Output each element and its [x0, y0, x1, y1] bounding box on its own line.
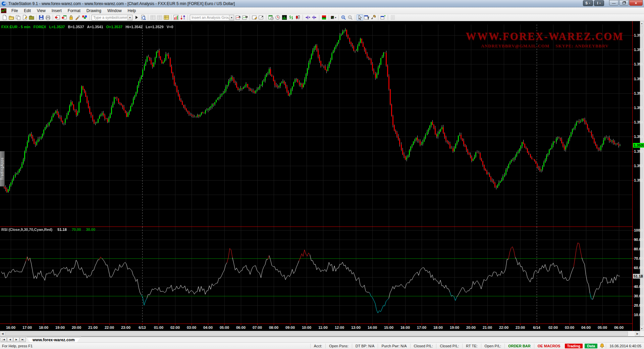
text-tool-icon[interactable]: T: [363, 14, 370, 20]
chart-analysis-icon[interactable]: [173, 14, 179, 20]
save-page-icon[interactable]: [21, 14, 28, 20]
title-bar: TradeStation 9.1 - www.forex-warez.com -…: [0, 0, 644, 7]
chevron-down-icon: ▼: [599, 2, 601, 4]
time-tick: [520, 324, 521, 325]
new-window-icon[interactable]: [380, 14, 386, 20]
strategy-quick-button[interactable]: S▼: [583, 0, 593, 6]
menu-bar: FileEditViewInsertFormatDrawingWindowHel…: [0, 7, 644, 14]
toolbar-separator: [378, 15, 378, 20]
first-tab-button[interactable]: |◀: [1, 337, 7, 342]
menu-insert[interactable]: Insert: [49, 8, 65, 14]
time-zone-icon[interactable]: [274, 14, 281, 20]
quote-field: FXX:EUR - 5 min: [1, 25, 31, 29]
order-bar-icon[interactable]: [321, 14, 327, 20]
export-data-icon[interactable]: [61, 14, 68, 20]
watermark-contacts: ANDREYBBRV@GMAIL.COMSKYPE: ANDREYBBRV: [466, 43, 624, 49]
last-tab-button[interactable]: ▶|: [20, 337, 26, 342]
minimize-button[interactable]: —: [609, 0, 619, 6]
compress-bars-icon[interactable]: +: [304, 14, 311, 20]
close-button[interactable]: ×: [629, 0, 643, 6]
zoom-out-icon[interactable]: [347, 14, 354, 20]
menu-window[interactable]: Window: [104, 8, 125, 14]
rsi-status-line: RSI (Close,9,30,70,Cyan,Red) 51.18 70.00…: [1, 228, 99, 232]
chevron-down-icon[interactable]: ▼: [127, 15, 132, 20]
axis-label: 1.3530: [634, 164, 644, 168]
scroll-left-button[interactable]: ◀: [0, 331, 5, 336]
print-icon[interactable]: [45, 14, 51, 20]
time-tick: [389, 324, 389, 325]
time-label: 13:00: [351, 326, 361, 330]
candle-style-icon[interactable]: [294, 14, 301, 20]
scroll-up-button[interactable]: ▲: [640, 21, 644, 26]
quote-board-icon[interactable]: [163, 14, 170, 20]
chevron-down-icon[interactable]: ▼: [334, 16, 337, 19]
menu-drawing[interactable]: Drawing: [84, 8, 104, 14]
analysis-group-input[interactable]: Insert an Analysis Group▼: [190, 15, 234, 20]
menu-help[interactable]: Help: [125, 8, 139, 14]
tab-bar-filler: [81, 337, 644, 342]
format-painter-icon[interactable]: [74, 14, 81, 20]
horizontal-scrollbar[interactable]: ◀ ▶: [0, 331, 640, 336]
menu-edit[interactable]: Edit: [21, 8, 34, 14]
close-workspace-icon[interactable]: [28, 14, 35, 20]
menu-format[interactable]: Format: [65, 8, 84, 14]
horizontal-scroll-thumb[interactable]: [5, 332, 628, 336]
symbol-command-input-placeholder: Type a symbol/command: [92, 15, 127, 19]
zoom-in-icon[interactable]: [340, 14, 347, 20]
insert-indicator-icon[interactable]: K: [235, 14, 241, 20]
scrollbar-corner: [640, 331, 644, 336]
status-segment: RT TE:: [462, 344, 481, 348]
format-symbol-icon[interactable]: [251, 14, 258, 20]
volume-chart-icon[interactable]: [281, 14, 288, 20]
sessions-icon[interactable]: [268, 14, 274, 20]
axis-label: 10.00: [634, 313, 643, 317]
axis-label: 1.3575: [634, 33, 644, 37]
time-label: 23:00: [516, 326, 525, 330]
insert-strategy-icon[interactable]: M: [241, 14, 248, 20]
drawing-objects-icon[interactable]: ▼: [330, 14, 337, 20]
format-analysis-icon[interactable]: [258, 14, 265, 20]
trading-apps-tab[interactable]: TradingApps: [0, 151, 5, 187]
time-tick: [323, 324, 323, 325]
rsi-chart-canvas[interactable]: [0, 227, 632, 323]
lock-icon[interactable]: [68, 14, 74, 20]
time-tick: [126, 324, 126, 325]
workspace-tab-active[interactable]: www.forex-warez.com: [26, 337, 81, 343]
symbol-lookup-icon[interactable]: [140, 14, 147, 20]
vertical-scroll-thumb[interactable]: [640, 26, 643, 326]
indicator-quick-button[interactable]: I▼: [594, 0, 604, 6]
axis-label: 1.3535: [634, 149, 644, 153]
price-chart-canvas[interactable]: [0, 24, 632, 227]
price-axis[interactable]: 1.35751.35701.35651.35601.35551.35501.35…: [632, 21, 640, 331]
time-axis: 16:0017:0018:0019:0020:0021:0022:0023:00…: [0, 324, 632, 331]
time-tick: [504, 324, 504, 325]
scroll-down-button[interactable]: ▼: [640, 327, 644, 331]
toolbox-icon[interactable]: [370, 14, 377, 20]
axis-label: 100.00: [634, 228, 644, 232]
prev-tab-button[interactable]: ◀: [7, 337, 13, 342]
sort-icon[interactable]: [179, 14, 186, 20]
open-workspace-icon[interactable]: [8, 14, 15, 20]
save-icon[interactable]: [38, 14, 45, 20]
chevron-down-icon[interactable]: ▼: [229, 15, 234, 20]
restore-button[interactable]: [619, 0, 629, 6]
scroll-right-button[interactable]: ▶: [635, 331, 640, 336]
expand-bars-icon[interactable]: +: [311, 14, 318, 20]
symbol-command-input[interactable]: Type a symbol/command▼: [92, 15, 132, 20]
toolbar-separator: [355, 15, 355, 20]
time-label: 6/13: [139, 326, 146, 330]
go-arrow-icon[interactable]: [133, 14, 140, 20]
format-colors-icon[interactable]: [81, 14, 88, 20]
workspaces-icon[interactable]: [15, 14, 21, 20]
menu-view[interactable]: View: [34, 8, 49, 14]
time-tick: [602, 324, 603, 325]
new-workspace-icon[interactable]: [1, 14, 8, 20]
pointer-tool-icon[interactable]: [357, 14, 363, 20]
next-tab-button[interactable]: ▶: [13, 337, 19, 342]
bar-style-icon[interactable]: [288, 14, 294, 20]
menu-file[interactable]: File: [8, 8, 21, 14]
quote-field: Lo=1.3529: [146, 25, 164, 29]
symbol-status-line: FXX:EUR - 5 minFOREXL=1.3537B=1.3537A=1.…: [1, 25, 176, 29]
import-data-icon[interactable]: [54, 14, 61, 20]
toolbar-separator: [303, 15, 303, 20]
